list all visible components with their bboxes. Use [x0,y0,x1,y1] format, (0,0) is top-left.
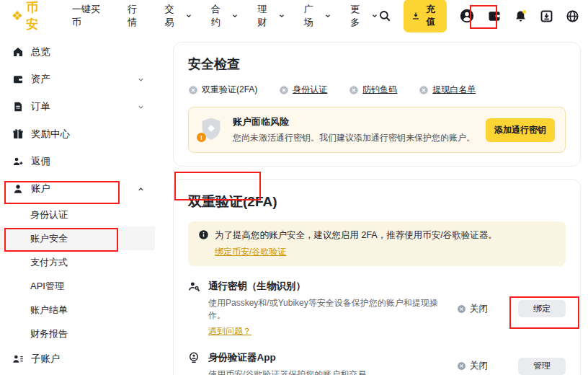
authenticator-info: 身份验证器App 使用币安/谷歌验证器保护您的账户和交易。 [208,351,457,375]
binance-logo-text: 币安 [26,0,50,32]
sidebar-item-overview[interactable]: 总览 [0,38,155,66]
nav-item-buy-crypto[interactable]: 一键买币 [72,3,109,29]
sidebar-item-payment-methods[interactable]: 支付方式 [0,250,155,274]
checklist-item-identity[interactable]: 身份认证 [279,84,327,96]
rewards-icon [12,128,24,140]
sidebar-item-identity-verification[interactable]: 身份认证 [0,203,155,226]
account-risk-banner: ! 账户面临风险 您尚未激活通行密钥。我们建议添加通行密钥来保护您的账户。 添加… [188,107,566,153]
main-content: 安全检查 双重验证(2FA) 身份认证 防钓鱼码 提现白名单 ! [173,32,581,375]
x-circle-icon [279,85,289,95]
referral-icon [12,156,24,167]
twofa-title: 双重验证(2FA) [188,193,566,211]
chevron-down-icon [137,103,145,111]
wallet-icon [12,74,24,85]
chevron-down-icon [371,12,378,19]
twofa-tip-banner: 为了提高您的账户安全，建议您启用 2FA，推荐使用币安/谷歌验证器。 绑定币安/… [188,221,566,266]
sidebar-item-api-management[interactable]: API管理 [0,274,155,298]
top-navbar: ❖ 币安 一键买币 行情 交易 合约 理财 广场 更多 充值 [0,0,588,32]
home-icon [12,46,24,58]
authenticator-status: 关闭 [457,360,488,372]
security-check-card: 安全检查 双重验证(2FA) 身份认证 防钓鱼码 提现白名单 ! [173,42,581,167]
passkey-help-link[interactable]: 遇到问题？ [208,325,251,338]
add-passkey-button[interactable]: 添加通行密钥 [486,118,555,142]
sidebar-item-rewards-hub[interactable]: 奖励中心 [0,120,155,148]
language-globe-icon[interactable] [566,9,579,23]
nav-item-more[interactable]: 更多 [350,3,378,29]
deposit-icon [411,12,420,20]
sidebar: 总览 资产 订单 奖励中心 返佣 账户 身份认证 账户安全 支付方式 API管理… [0,32,155,373]
bind-authenticator-link[interactable]: 绑定币安/谷歌验证 [215,246,286,258]
x-circle-icon [349,85,359,95]
binance-logo[interactable]: ❖ 币安 [12,0,50,32]
authenticator-actions: 关闭 管理 [457,351,566,375]
orders-icon [12,101,24,112]
nav-item-markets[interactable]: 行情 [128,3,146,29]
chevron-up-icon [137,185,145,193]
x-circle-icon [188,85,198,95]
passkey-description: 使用Passkey和/或Yubikey等安全设备保护您的账户和提现操作。 [208,297,450,322]
notifications-bell-icon[interactable] [514,9,527,23]
binance-logo-icon: ❖ [12,9,23,22]
sidebar-item-orders[interactable]: 订单 [0,93,155,120]
sub-accounts-icon [12,353,24,365]
security-check-title: 安全检查 [188,56,566,73]
chevron-down-icon [324,12,331,19]
tip-text-wrap: 为了提高您的账户安全，建议您启用 2FA，推荐使用币安/谷歌验证器。 绑定币安/… [215,229,497,258]
sidebar-item-referral[interactable]: 返佣 [0,148,155,175]
shield-warning-icon: ! [199,117,223,143]
nav-menu: 一键买币 行情 交易 合约 理财 广场 更多 [72,3,378,29]
sidebar-item-financial-reports[interactable]: 财务报告 [0,322,155,345]
authenticator-app-icon [188,351,200,375]
nav-right-icons: 充值 [378,0,579,32]
chevron-down-icon [278,12,285,19]
tip-text: 为了提高您的账户安全，建议您启用 2FA，推荐使用币安/谷歌验证器。 [215,230,497,240]
authenticator-manage-button[interactable]: 管理 [518,358,566,375]
sidebar-item-sub-accounts[interactable]: 子账户 [0,345,155,373]
passkey-bind-button[interactable]: 绑定 [518,300,566,317]
passkey-status: 关闭 [457,303,488,315]
nav-item-square[interactable]: 广场 [304,3,331,29]
wallet-icon[interactable] [487,9,502,23]
sidebar-item-account-statement[interactable]: 账户结单 [0,298,155,322]
profile-icon[interactable] [459,8,475,24]
authenticator-title: 身份验证器App [208,351,450,364]
passkey-row: 通行密钥（生物识别） 使用Passkey和/或Yubikey等安全设备保护您的账… [188,280,566,338]
sidebar-item-account-security[interactable]: 账户安全 [0,226,155,250]
x-circle-icon [457,304,466,314]
security-checklist: 双重验证(2FA) 身份认证 防钓鱼码 提现白名单 [188,84,566,96]
risk-title: 账户面临风险 [233,115,476,128]
authenticator-description: 使用币安/谷歌验证器保护您的账户和交易。 [208,369,450,375]
checklist-item-2fa[interactable]: 双重验证(2FA) [188,84,257,96]
alert-dot: ! [197,133,206,142]
nav-item-futures[interactable]: 合约 [211,3,239,29]
chevron-down-icon [185,12,192,19]
risk-text: 账户面临风险 您尚未激活通行密钥。我们建议添加通行密钥来保护您的账户。 [233,115,476,144]
search-icon[interactable] [378,9,391,22]
x-circle-icon [419,85,429,95]
info-circle-icon [198,229,209,258]
recharge-button[interactable]: 充值 [404,0,447,32]
chevron-down-icon [137,76,145,84]
passkey-info: 通行密钥（生物识别） 使用Passkey和/或Yubikey等安全设备保护您的账… [208,280,457,338]
sidebar-item-account[interactable]: 账户 [0,175,155,203]
download-app-icon[interactable] [540,9,553,23]
checklist-item-antiphishing[interactable]: 防钓鱼码 [349,84,397,96]
authenticator-row: 身份验证器App 使用币安/谷歌验证器保护您的账户和交易。 关闭 管理 [188,351,566,375]
nav-item-earn[interactable]: 理财 [257,3,285,29]
risk-description: 您尚未激活通行密钥。我们建议添加通行密钥来保护您的账户。 [233,132,476,144]
user-icon [12,183,24,195]
passkey-icon [188,280,200,338]
nav-item-trade[interactable]: 交易 [165,3,192,29]
twofa-card: 双重验证(2FA) 为了提高您的账户安全，建议您启用 2FA，推荐使用币安/谷歌… [173,179,581,375]
x-circle-icon [457,361,466,371]
passkey-actions: 关闭 绑定 [457,280,566,338]
chevron-down-icon [231,12,239,19]
passkey-title: 通行密钥（生物识别） [208,280,450,293]
checklist-item-withdrawal-whitelist[interactable]: 提现白名单 [419,84,476,96]
sidebar-item-assets[interactable]: 资产 [0,66,155,93]
